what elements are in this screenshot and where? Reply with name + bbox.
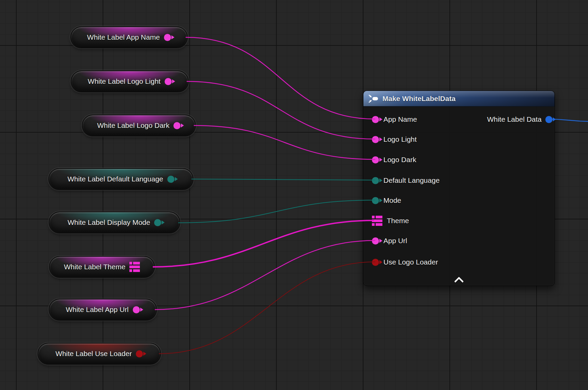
make-struct-node[interactable]: Make WhiteLabelData App NameLogo LightLo…	[363, 91, 555, 286]
output-data-pin[interactable]	[136, 350, 143, 357]
wire-use-loader[interactable]	[159, 262, 375, 354]
getter-node-label: White Label Use Loader	[56, 350, 132, 358]
chevron-up-icon	[454, 277, 464, 286]
struct-grid-cell	[129, 266, 140, 268]
wire-default-language[interactable]	[191, 179, 375, 180]
make-node-header[interactable]: Make WhiteLabelData	[363, 91, 554, 106]
struct-grid-cell	[133, 269, 140, 272]
input-pin-label: Default Language	[383, 176, 440, 184]
struct-grid-cell	[376, 223, 382, 226]
output-data-pin[interactable]	[165, 78, 172, 85]
getter-node-label: White Label Logo Dark	[97, 121, 170, 130]
getter-node-white-label-app-name[interactable]: White Label App Name	[70, 26, 188, 48]
output-data-pin[interactable]	[164, 34, 171, 41]
input-pin-label: Theme	[387, 217, 409, 225]
struct-grid-cell	[376, 216, 382, 218]
struct-grid-cell	[372, 223, 375, 226]
blueprint-graph-canvas[interactable]: White Label App NameWhite Label Logo Lig…	[0, 0, 588, 390]
getter-node-white-label-app-url[interactable]: White Label App Url	[49, 299, 157, 320]
getter-node-white-label-theme[interactable]: White Label Theme	[49, 256, 155, 278]
getter-node-white-label-default-language[interactable]: White Label Default Language	[48, 168, 193, 190]
struct-grid-cell	[372, 216, 375, 218]
input-pin-row: Default Language	[372, 176, 440, 184]
input-data-pin[interactable]	[372, 177, 379, 184]
getter-node-label: White Label Theme	[64, 263, 126, 271]
wire-display-mode[interactable]	[178, 200, 375, 223]
wire-logo-dark[interactable]	[194, 125, 375, 159]
input-pin-row: Mode	[372, 196, 401, 204]
wire-app-name[interactable]	[186, 37, 375, 119]
output-pin-label: White Label Data	[487, 115, 542, 123]
make-node-output-row: White Label Data	[487, 115, 552, 123]
struct-grid-cell	[129, 269, 132, 272]
getter-node-label: White Label Display Mode	[68, 218, 150, 227]
getter-node-white-label-logo-light[interactable]: White Label Logo Light	[71, 71, 189, 92]
output-data-pin[interactable]	[133, 306, 140, 313]
input-pin-row: Logo Light	[372, 135, 417, 143]
input-pin-label: Use Logo Loader	[383, 258, 438, 266]
wire-app-url[interactable]	[155, 240, 375, 310]
output-data-pin[interactable]	[154, 219, 161, 226]
collapse-button[interactable]	[452, 275, 466, 284]
input-pin-row: Theme	[372, 216, 409, 226]
input-pin-label: Logo Light	[383, 135, 417, 143]
wire-logo-light[interactable]	[187, 81, 375, 139]
output-data-pin[interactable]	[173, 122, 181, 129]
struct-grid-cell	[133, 262, 140, 265]
input-pin-row: Use Logo Loader	[372, 258, 438, 266]
input-pin-label: Logo Dark	[383, 156, 416, 164]
input-pin-row: App Name	[372, 115, 417, 123]
input-pin-label: App Url	[383, 237, 407, 245]
input-pin-label: Mode	[383, 196, 401, 204]
getter-node-label: White Label Default Language	[67, 175, 163, 183]
input-pin-row: App Url	[372, 237, 407, 245]
make-node-title: Make WhiteLabelData	[382, 95, 456, 103]
make-struct-icon	[368, 94, 378, 103]
struct-grid-cell	[129, 262, 132, 265]
output-data-pin[interactable]	[167, 176, 174, 183]
getter-node-white-label-logo-dark[interactable]: White Label Logo Dark	[82, 115, 196, 136]
getter-node-white-label-display-mode[interactable]: White Label Display Mode	[49, 212, 180, 233]
getter-node-label: White Label Logo Light	[88, 77, 161, 85]
struct-grid-icon[interactable]	[129, 262, 140, 272]
getter-node-label: White Label App Url	[66, 306, 129, 314]
getter-node-label: White Label App Name	[87, 33, 160, 41]
input-pin-row: Logo Dark	[372, 156, 416, 164]
getter-node-white-label-use-loader[interactable]: White Label Use Loader	[38, 343, 161, 365]
input-pin-label: App Name	[383, 115, 417, 123]
